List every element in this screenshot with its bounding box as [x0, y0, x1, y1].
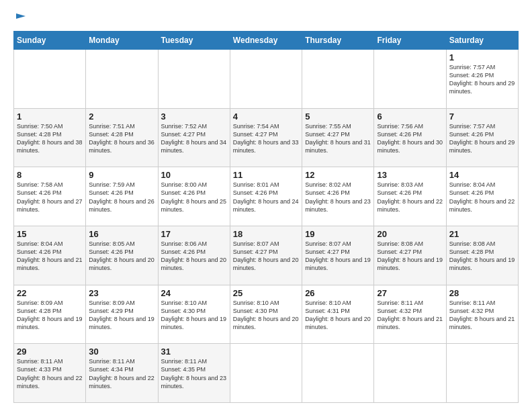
calendar-week-5: 22 Sunrise: 8:09 AMSunset: 4:28 PMDaylig…	[14, 285, 519, 344]
header-tuesday: Tuesday	[158, 32, 230, 50]
calendar-cell: 28 Sunrise: 8:11 AMSunset: 4:32 PMDaylig…	[446, 285, 518, 344]
day-info: Sunrise: 7:58 AMSunset: 4:26 PMDaylight:…	[17, 181, 83, 212]
day-number: 27	[377, 288, 443, 298]
day-info: Sunrise: 8:10 AMSunset: 4:31 PMDaylight:…	[305, 300, 371, 330]
day-info: Sunrise: 7:56 AMSunset: 4:26 PMDaylight:…	[377, 123, 443, 154]
header-monday: Monday	[86, 32, 158, 50]
day-number: 21	[449, 229, 515, 239]
day-number: 4	[233, 111, 299, 122]
logo	[13, 12, 27, 24]
calendar-cell: 10 Sunrise: 8:00 AMSunset: 4:26 PMDaylig…	[158, 167, 230, 226]
calendar-cell: 11 Sunrise: 8:01 AMSunset: 4:26 PMDaylig…	[230, 167, 302, 226]
day-number: 2	[89, 111, 154, 122]
calendar-cell: 7 Sunrise: 7:57 AMSunset: 4:26 PMDayligh…	[446, 108, 518, 167]
calendar-cell: 13 Sunrise: 8:03 AMSunset: 4:26 PMDaylig…	[374, 167, 446, 226]
day-info: Sunrise: 7:52 AMSunset: 4:27 PMDaylight:…	[161, 123, 227, 154]
page: SundayMondayTuesdayWednesdayThursdayFrid…	[0, 0, 532, 411]
calendar-cell: 9 Sunrise: 7:59 AMSunset: 4:26 PMDayligh…	[86, 167, 158, 226]
calendar-cell: 3 Sunrise: 7:52 AMSunset: 4:27 PMDayligh…	[158, 108, 230, 167]
day-number: 7	[449, 111, 515, 122]
day-number: 14	[449, 170, 515, 180]
calendar-cell: 15 Sunrise: 8:04 AMSunset: 4:26 PMDaylig…	[14, 226, 86, 285]
day-info: Sunrise: 8:07 AMSunset: 4:27 PMDaylight:…	[305, 240, 371, 271]
calendar-cell: 21 Sunrise: 8:08 AMSunset: 4:28 PMDaylig…	[446, 226, 518, 285]
day-number: 1	[17, 111, 83, 122]
day-number: 15	[17, 229, 83, 239]
day-number: 11	[233, 170, 299, 180]
calendar-cell: 30 Sunrise: 8:11 AMSunset: 4:34 PMDaylig…	[86, 344, 158, 403]
day-number: 18	[233, 229, 299, 239]
day-number: 5	[305, 111, 371, 122]
day-number: 10	[161, 170, 227, 180]
logo-text	[13, 12, 27, 24]
calendar-cell	[446, 344, 518, 403]
calendar-cell	[14, 50, 86, 109]
day-info: Sunrise: 8:09 AMSunset: 4:29 PMDaylight:…	[89, 300, 154, 330]
day-info: Sunrise: 8:09 AMSunset: 4:28 PMDaylight:…	[17, 300, 83, 330]
day-number: 1	[449, 52, 515, 62]
calendar-cell	[302, 344, 374, 403]
day-number: 25	[233, 288, 299, 298]
day-number: 13	[377, 170, 443, 180]
calendar-cell: 26 Sunrise: 8:10 AMSunset: 4:31 PMDaylig…	[302, 285, 374, 344]
header	[13, 12, 519, 24]
calendar-cell: 29 Sunrise: 8:11 AMSunset: 4:33 PMDaylig…	[14, 344, 86, 403]
day-info: Sunrise: 7:51 AMSunset: 4:28 PMDaylight:…	[89, 123, 154, 154]
calendar-cell: 4 Sunrise: 7:54 AMSunset: 4:27 PMDayligh…	[230, 108, 302, 167]
calendar-cell: 8 Sunrise: 7:58 AMSunset: 4:26 PMDayligh…	[14, 167, 86, 226]
calendar-cell: 1 Sunrise: 7:50 AMSunset: 4:28 PMDayligh…	[14, 108, 86, 167]
calendar-cell: 23 Sunrise: 8:09 AMSunset: 4:29 PMDaylig…	[86, 285, 158, 344]
calendar-cell: 27 Sunrise: 8:11 AMSunset: 4:32 PMDaylig…	[374, 285, 446, 344]
day-info: Sunrise: 8:10 AMSunset: 4:30 PMDaylight:…	[161, 300, 227, 330]
day-number: 29	[17, 347, 83, 357]
header-wednesday: Wednesday	[230, 32, 302, 50]
calendar-cell: 31 Sunrise: 8:11 AMSunset: 4:35 PMDaylig…	[158, 344, 230, 403]
calendar-cell	[302, 50, 374, 109]
calendar-cell: 5 Sunrise: 7:55 AMSunset: 4:27 PMDayligh…	[302, 108, 374, 167]
header-sunday: Sunday	[14, 32, 86, 50]
day-number: 28	[449, 288, 515, 298]
calendar-cell: 22 Sunrise: 8:09 AMSunset: 4:28 PMDaylig…	[14, 285, 86, 344]
logo-flag-icon	[15, 12, 27, 24]
svg-marker-0	[16, 13, 26, 19]
calendar-cell	[374, 50, 446, 109]
calendar-week-1: 1 Sunrise: 7:57 AMSunset: 4:26 PMDayligh…	[14, 50, 519, 109]
day-info: Sunrise: 8:06 AMSunset: 4:26 PMDaylight:…	[161, 240, 227, 271]
calendar-cell	[374, 344, 446, 403]
day-info: Sunrise: 7:50 AMSunset: 4:28 PMDaylight:…	[17, 123, 83, 154]
calendar-header-row: SundayMondayTuesdayWednesdayThursdayFrid…	[14, 32, 519, 50]
calendar-cell: 6 Sunrise: 7:56 AMSunset: 4:26 PMDayligh…	[374, 108, 446, 167]
calendar-cell: 2 Sunrise: 7:51 AMSunset: 4:28 PMDayligh…	[86, 108, 158, 167]
day-info: Sunrise: 8:04 AMSunset: 4:26 PMDaylight:…	[449, 181, 515, 212]
day-number: 3	[161, 111, 227, 122]
day-info: Sunrise: 8:11 AMSunset: 4:35 PMDaylight:…	[161, 358, 227, 389]
calendar-cell: 24 Sunrise: 8:10 AMSunset: 4:30 PMDaylig…	[158, 285, 230, 344]
day-info: Sunrise: 8:10 AMSunset: 4:30 PMDaylight:…	[233, 300, 299, 330]
calendar-cell: 25 Sunrise: 8:10 AMSunset: 4:30 PMDaylig…	[230, 285, 302, 344]
day-info: Sunrise: 8:00 AMSunset: 4:26 PMDaylight:…	[161, 181, 227, 212]
day-info: Sunrise: 8:01 AMSunset: 4:26 PMDaylight:…	[233, 181, 299, 212]
day-number: 12	[305, 170, 371, 180]
day-number: 6	[377, 111, 443, 122]
calendar-cell: 16 Sunrise: 8:05 AMSunset: 4:26 PMDaylig…	[86, 226, 158, 285]
day-info: Sunrise: 7:57 AMSunset: 4:26 PMDaylight:…	[449, 64, 515, 95]
day-info: Sunrise: 7:55 AMSunset: 4:27 PMDaylight:…	[305, 123, 371, 154]
day-info: Sunrise: 7:59 AMSunset: 4:26 PMDaylight:…	[89, 181, 154, 212]
day-info: Sunrise: 8:08 AMSunset: 4:27 PMDaylight:…	[377, 240, 443, 271]
calendar-week-3: 8 Sunrise: 7:58 AMSunset: 4:26 PMDayligh…	[14, 167, 519, 226]
calendar-cell: 20 Sunrise: 8:08 AMSunset: 4:27 PMDaylig…	[374, 226, 446, 285]
header-friday: Friday	[374, 32, 446, 50]
day-number: 26	[305, 288, 371, 298]
calendar-cell: 14 Sunrise: 8:04 AMSunset: 4:26 PMDaylig…	[446, 167, 518, 226]
day-info: Sunrise: 8:11 AMSunset: 4:34 PMDaylight:…	[89, 358, 154, 389]
day-number: 22	[17, 288, 83, 298]
calendar-cell: 1 Sunrise: 7:57 AMSunset: 4:26 PMDayligh…	[446, 50, 518, 109]
header-thursday: Thursday	[302, 32, 374, 50]
day-info: Sunrise: 8:02 AMSunset: 4:26 PMDaylight:…	[305, 181, 371, 212]
day-number: 9	[89, 170, 154, 180]
calendar-cell: 19 Sunrise: 8:07 AMSunset: 4:27 PMDaylig…	[302, 226, 374, 285]
day-number: 31	[161, 347, 227, 357]
day-number: 20	[377, 229, 443, 239]
day-info: Sunrise: 8:11 AMSunset: 4:32 PMDaylight:…	[377, 300, 443, 330]
calendar-week-6: 29 Sunrise: 8:11 AMSunset: 4:33 PMDaylig…	[14, 344, 519, 403]
